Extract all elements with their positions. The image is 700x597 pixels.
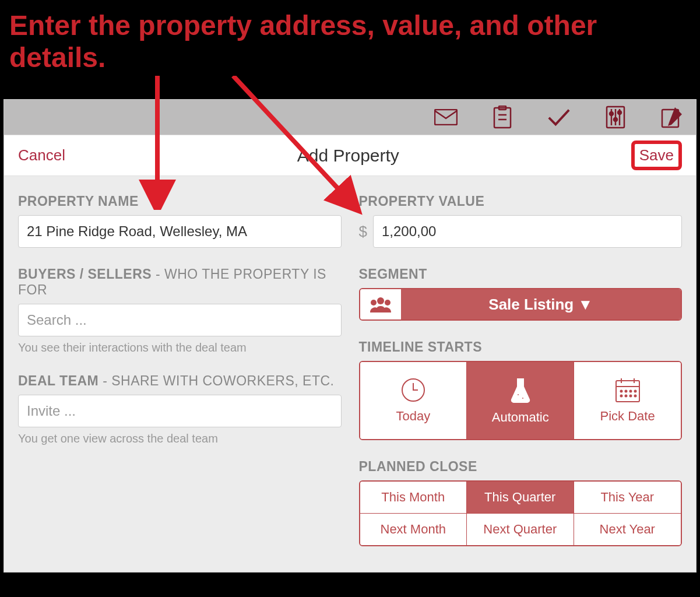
timeline-automatic[interactable]: Automatic [466,362,574,439]
close-next-year[interactable]: Next Year [574,514,681,545]
property-value-input[interactable] [373,215,682,248]
close-next-month[interactable]: Next Month [360,514,467,545]
buyers-sellers-input[interactable] [18,304,342,336]
svg-point-28 [634,390,636,392]
deal-team-helper-text: You get one view across the deal team [18,432,342,445]
svg-point-11 [614,118,617,121]
svg-point-9 [610,112,613,115]
timeline-starts-label: Timeline Starts [359,339,683,355]
timeline-pick-date[interactable]: Pick Date [574,362,681,439]
svg-rect-2 [435,110,457,125]
property-name-label: Property Name [18,194,342,209]
svg-rect-3 [494,108,511,128]
toolbar [4,100,696,135]
flask-icon [509,376,532,404]
property-value-label: Property Value [359,194,683,209]
svg-point-27 [629,390,631,392]
currency-symbol: $ [359,223,367,241]
svg-point-17 [385,300,391,305]
planned-close-label: Planned Close [359,459,683,475]
close-this-year[interactable]: This Year [574,482,681,514]
svg-point-32 [634,395,636,396]
clipboard-icon[interactable] [490,105,515,129]
svg-point-20 [522,397,524,399]
left-column: Property Name Buyers / Sellers - who the… [18,194,342,565]
timeline-today[interactable]: Today [360,362,467,439]
timeline-options: Today Automatic Pick Date [359,361,683,440]
segment-dropdown[interactable]: Sale Listing ▼ [359,288,683,321]
buyers-sellers-label: Buyers / Sellers - who the property is f… [18,266,342,298]
svg-point-26 [625,390,627,392]
app-window: Cancel Add Property Save Property Name B… [3,99,697,573]
close-next-quarter[interactable]: Next Quarter [467,514,574,545]
svg-point-30 [625,395,627,396]
annotation-text: Enter the property address, value, and o… [9,9,700,73]
deal-team-input[interactable] [18,395,342,427]
calendar-icon [614,377,641,403]
mail-icon[interactable] [434,105,458,129]
svg-point-25 [620,390,622,392]
svg-point-19 [517,394,519,396]
right-column: Property Value $ Segment Sale Listing ▼ [359,194,683,565]
svg-point-31 [629,395,631,396]
buyers-helper-text: You see their interactions with the deal… [18,341,342,354]
close-this-month[interactable]: This Month [360,482,467,514]
property-name-input[interactable] [18,215,342,248]
sliders-icon[interactable] [603,105,628,129]
svg-point-13 [618,111,621,114]
segment-label: Segment [359,266,683,282]
deal-team-label: Deal Team - share with coworkers, etc. [18,373,342,389]
compose-icon[interactable] [660,105,684,129]
save-button[interactable]: Save [639,146,674,164]
close-this-quarter[interactable]: This Quarter [467,482,574,514]
people-icon [360,289,401,319]
modal-header: Cancel Add Property Save [4,135,696,176]
svg-point-15 [377,297,384,304]
clock-icon [400,377,426,403]
svg-point-29 [620,395,622,396]
cancel-button[interactable]: Cancel [18,146,65,164]
check-icon[interactable] [547,105,571,129]
form-body: Property Name Buyers / Sellers - who the… [4,176,696,572]
segment-value: Sale Listing ▼ [401,289,681,319]
svg-point-16 [371,300,377,305]
save-highlight: Save [631,141,682,170]
planned-close-options: This Month This Quarter This Year Next M… [359,480,683,546]
modal-title: Add Property [297,146,399,166]
add-property-modal: Cancel Add Property Save Property Name B… [4,135,696,572]
